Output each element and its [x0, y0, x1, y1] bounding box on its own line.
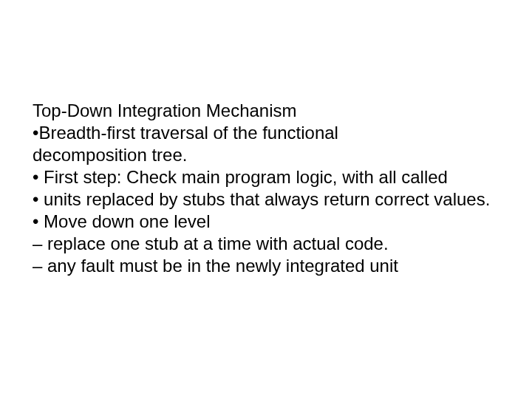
bullet-line: decomposition tree. — [33, 144, 495, 166]
slide-content: Top-Down Integration Mechanism •Breadth-… — [33, 100, 495, 277]
bullet-line: – replace one stub at a time with actual… — [33, 233, 495, 255]
bullet-line: • First step: Check main program logic, … — [33, 166, 495, 188]
bullet-line: – any fault must be in the newly integra… — [33, 255, 495, 277]
bullet-line: • Move down one level — [33, 211, 495, 233]
bullet-line: •Breadth-first traversal of the function… — [33, 122, 495, 144]
slide-title: Top-Down Integration Mechanism — [33, 100, 495, 122]
bullet-line: • units replaced by stubs that always re… — [33, 188, 495, 211]
